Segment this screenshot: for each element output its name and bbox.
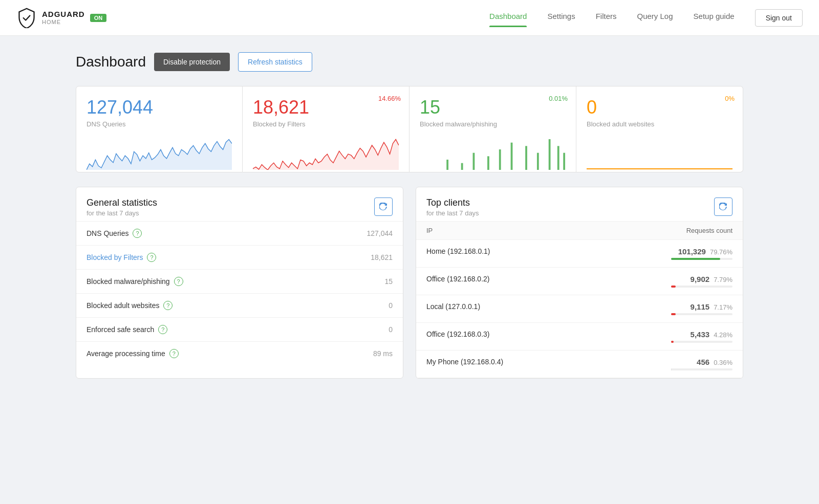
nav-link-dashboard[interactable]: Dashboard [489,12,527,20]
table-row: Home (192.168.0.1) 101,329 79.76% [416,240,743,268]
stat-chart-2 [420,134,566,170]
stats-row-label: Average processing time ? [87,349,179,358]
client-requests-cell: 456 0.36% [594,350,743,378]
nav-item-setup[interactable]: Setup guide [694,12,735,24]
client-bar-container [671,286,732,288]
stat-value-1: 18,621 [253,97,399,118]
stats-row-value: 18,621 [371,253,393,261]
clients-table-head: IP Requests count [416,222,743,240]
nav-item-filters[interactable]: Filters [596,12,617,24]
nav-link-settings[interactable]: Settings [547,12,575,20]
on-badge: ON [90,14,107,22]
logo-icon [16,8,37,28]
help-icon[interactable]: ? [147,253,156,262]
client-bar-container [671,258,732,260]
col-header-ip: IP [416,222,594,240]
client-pct: 4.28% [714,331,732,339]
logo-text: ADGUARD HOME [42,10,85,25]
page-content: Dashboard Disable protection Refresh sta… [51,36,768,395]
table-row: My Phone (192.168.0.4) 456 0.36% [416,350,743,378]
svg-rect-18 [473,153,475,170]
stats-row-label: Blocked by Filters ? [87,253,156,262]
stat-label-1: Blocked by Filters [253,120,399,128]
client-requests-cell: 5,433 4.28% [594,323,743,350]
stats-row-value: 127,044 [367,229,393,237]
general-stats-refresh-button[interactable] [374,198,393,216]
stat-percentage-2: 0.01% [549,95,568,102]
sign-out-button[interactable]: Sign out [755,9,803,27]
table-row: Office (192.168.0.2) 9,902 7.79% [416,268,743,295]
client-bar [671,258,720,260]
stat-chart-0 [87,134,232,170]
stats-row: DNS Queries ? 127,044 [76,221,403,245]
table-row: Office (192.168.0.3) 5,433 4.28% [416,323,743,350]
stats-row-value: 15 [384,277,393,286]
stats-row-value: 89 ms [373,349,393,358]
stats-row-value: 0 [389,301,393,310]
stat-label-2: Blocked malware/phishing [420,120,566,128]
nav-link-setup[interactable]: Setup guide [694,12,735,20]
top-clients-card: Top clients for the last 7 days IP Reque… [416,187,743,379]
help-icon[interactable]: ? [169,349,179,358]
stats-row-name: Blocked malware/phishing [87,277,170,286]
client-pct: 7.17% [714,303,732,311]
stat-value-0: 127,044 [87,97,232,118]
client-count: 9,115 [691,302,710,311]
nav-link-querylog[interactable]: Query Log [637,12,673,20]
refresh-icon [379,203,387,211]
stat-card-1: 14.66% 18,621 Blocked by Filters [243,86,410,172]
client-requests-cell: 101,329 79.76% [594,240,743,268]
clients-table: IP Requests count Home (192.168.0.1) 101… [416,221,743,378]
client-name: My Phone (192.168.0.4) [416,350,594,378]
brand-name: ADGUARD [42,10,85,19]
stat-card-0: 127,044 DNS Queries [76,86,243,172]
client-count: 9,902 [691,275,710,283]
brand-sub: HOME [42,19,85,25]
top-clients-refresh-button[interactable] [714,198,732,216]
stats-row: Blocked by Filters ? 18,621 [76,245,403,269]
client-bar-container [671,313,732,315]
nav-item-dashboard[interactable]: Dashboard [489,12,527,24]
stats-row-name: Blocked adult websites [87,301,159,310]
top-clients-subtitle: for the last 7 days [426,209,479,217]
client-requests-cell: 9,115 7.17% [594,295,743,323]
help-icon[interactable]: ? [158,325,167,334]
client-requests-cell: 9,902 7.79% [594,268,743,295]
stat-label-3: Blocked adult websites [587,120,732,128]
stats-row-name: DNS Queries [87,229,128,237]
client-requests: 101,329 79.76% [604,247,732,260]
client-bar [671,286,676,288]
client-pct: 7.79% [714,276,732,283]
stats-row: Blocked adult websites ? 0 [76,293,403,317]
stat-card-2: 0.01% 15 Blocked malware/phishing [410,86,576,172]
stats-row: Average processing time ? 89 ms [76,341,403,365]
svg-rect-23 [487,156,489,170]
stats-row-label: DNS Queries ? [87,229,142,238]
general-stats-title: General statistics [87,198,157,208]
refresh-statistics-button[interactable]: Refresh statistics [238,52,312,72]
stats-row: Enforced safe search ? 0 [76,317,403,341]
stats-table: DNS Queries ? 127,044 Blocked by Filters… [76,221,403,365]
stat-percentage-1: 14.66% [378,95,401,102]
help-icon[interactable]: ? [163,301,173,310]
svg-rect-27 [499,149,501,170]
client-name: Home (192.168.0.1) [416,240,594,268]
nav-link-filters[interactable]: Filters [596,12,617,20]
help-icon[interactable]: ? [133,229,142,238]
general-statistics-card: General statistics for the last 7 days D… [76,187,403,379]
general-stats-header: General statistics for the last 7 days [76,187,403,221]
nav-item-querylog[interactable]: Query Log [637,12,673,24]
client-bar [671,341,674,343]
table-row: Local (127.0.0.1) 9,115 7.17% [416,295,743,323]
help-icon[interactable]: ? [174,277,183,286]
client-bar [671,313,676,315]
client-pct: 0.36% [714,359,732,366]
top-clients-header: Top clients for the last 7 days [416,187,743,221]
client-count-row: 456 0.36% [697,358,732,366]
nav-item-settings[interactable]: Settings [547,12,575,24]
disable-protection-button[interactable]: Disable protection [154,53,230,71]
stats-row-name: Blocked by Filters [87,253,143,261]
client-count-row: 101,329 79.76% [678,247,732,256]
stats-row-name: Average processing time [87,349,165,358]
stats-row: Blocked malware/phishing ? 15 [76,269,403,293]
